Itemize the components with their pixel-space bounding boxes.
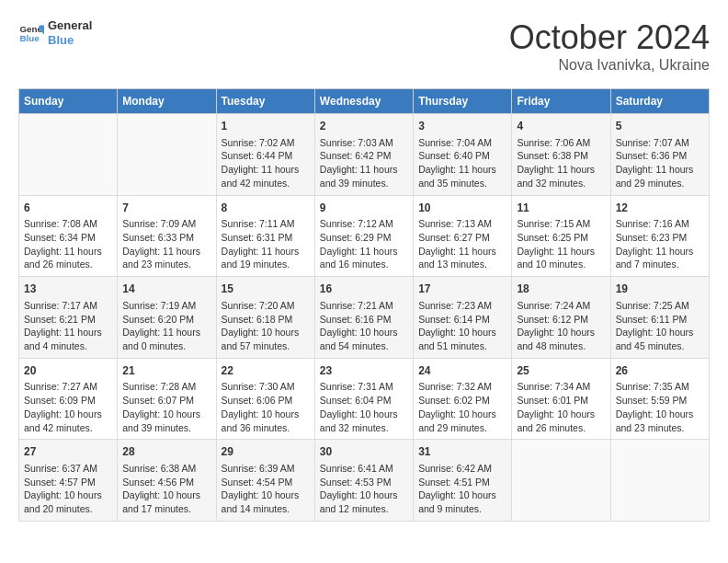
day-info-line: Sunset: 6:34 PM <box>24 231 112 245</box>
day-of-week-header: Sunday <box>19 89 118 114</box>
day-info-line: Daylight: 11 hours and 32 minutes. <box>517 163 605 190</box>
calendar-cell: 6Sunrise: 7:08 AMSunset: 6:34 PMDaylight… <box>19 195 118 277</box>
day-number: 18 <box>517 282 605 297</box>
day-info-line: Daylight: 10 hours and 39 minutes. <box>122 408 210 434</box>
day-info-line: Daylight: 10 hours and 36 minutes. <box>222 408 310 434</box>
day-info-line: Daylight: 10 hours and 51 minutes. <box>418 326 506 352</box>
day-info-line: Sunrise: 7:02 AM <box>222 136 310 150</box>
calendar-cell: 7Sunrise: 7:09 AMSunset: 6:33 PMDaylight… <box>118 195 216 277</box>
day-number: 16 <box>320 282 408 297</box>
day-info-line: Sunset: 6:23 PM <box>616 231 704 245</box>
calendar-cell: 27Sunrise: 6:37 AMSunset: 4:57 PMDayligh… <box>19 440 118 522</box>
day-of-week-header: Monday <box>118 89 216 114</box>
day-number: 6 <box>24 201 112 216</box>
day-info-line: Sunset: 6:14 PM <box>418 313 506 327</box>
day-info-line: Sunset: 6:16 PM <box>320 313 408 327</box>
day-number: 8 <box>222 201 310 216</box>
calendar-cell: 13Sunrise: 7:17 AMSunset: 6:21 PMDayligh… <box>19 277 118 359</box>
day-info-line: Sunrise: 7:24 AM <box>517 299 605 313</box>
day-info-line: Daylight: 11 hours and 0 minutes. <box>122 326 210 352</box>
calendar-week-row: 20Sunrise: 7:27 AMSunset: 6:09 PMDayligh… <box>19 358 710 440</box>
calendar-cell: 30Sunrise: 6:41 AMSunset: 4:53 PMDayligh… <box>314 440 413 522</box>
day-info-line: Sunrise: 6:39 AM <box>222 462 310 476</box>
day-info-line: Sunset: 4:53 PM <box>320 476 408 489</box>
day-info-line: Sunrise: 7:23 AM <box>418 299 506 313</box>
day-info-line: Sunrise: 7:25 AM <box>616 299 704 313</box>
calendar-cell: 12Sunrise: 7:16 AMSunset: 6:23 PMDayligh… <box>610 195 709 277</box>
day-info-line: Sunrise: 7:11 AM <box>222 217 310 231</box>
title-block: October 2024 Nova Ivanivka, Ukraine <box>509 18 710 74</box>
day-number: 13 <box>24 282 112 297</box>
logo-line1: General <box>48 18 92 33</box>
day-info-line: Sunset: 6:11 PM <box>616 313 704 327</box>
day-info-line: Sunset: 6:42 PM <box>320 149 408 163</box>
day-info-line: Daylight: 10 hours and 20 minutes. <box>24 488 112 515</box>
day-info-line: Sunrise: 6:41 AM <box>320 462 408 476</box>
day-number: 15 <box>222 282 310 297</box>
day-info-line: Sunrise: 7:16 AM <box>616 217 704 231</box>
calendar-cell: 16Sunrise: 7:21 AMSunset: 6:16 PMDayligh… <box>314 277 413 359</box>
day-info-line: Sunset: 6:09 PM <box>24 394 112 408</box>
day-info-line: Daylight: 11 hours and 13 minutes. <box>418 245 506 271</box>
day-info-line: Sunset: 6:20 PM <box>122 313 210 327</box>
day-info-line: Sunset: 6:29 PM <box>320 231 408 245</box>
day-info-line: Daylight: 11 hours and 42 minutes. <box>222 163 310 190</box>
day-number: 17 <box>418 282 506 297</box>
day-info-line: Daylight: 10 hours and 54 minutes. <box>320 326 408 352</box>
day-number: 27 <box>24 444 112 460</box>
day-of-week-header: Friday <box>512 89 610 114</box>
day-number: 23 <box>320 363 408 379</box>
calendar-cell: 22Sunrise: 7:30 AMSunset: 6:06 PMDayligh… <box>216 358 314 440</box>
calendar-week-row: 13Sunrise: 7:17 AMSunset: 6:21 PMDayligh… <box>19 277 710 359</box>
day-info-line: Sunset: 6:18 PM <box>222 313 310 327</box>
calendar-cell: 9Sunrise: 7:12 AMSunset: 6:29 PMDaylight… <box>314 195 413 277</box>
day-info-line: Sunrise: 7:21 AM <box>320 299 408 313</box>
day-info-line: Sunset: 6:04 PM <box>320 394 408 408</box>
day-of-week-header: Wednesday <box>314 89 413 114</box>
day-number: 12 <box>616 201 704 216</box>
day-info-line: Daylight: 10 hours and 14 minutes. <box>222 488 310 515</box>
day-number: 5 <box>616 119 704 134</box>
day-info-line: Daylight: 10 hours and 57 minutes. <box>222 326 310 352</box>
day-info-line: Sunrise: 6:42 AM <box>418 462 506 476</box>
day-info-line: Sunrise: 7:27 AM <box>24 380 112 394</box>
day-number: 28 <box>122 444 210 460</box>
calendar-cell: 29Sunrise: 6:39 AMSunset: 4:54 PMDayligh… <box>216 440 314 522</box>
logo: General Blue General Blue <box>18 18 92 47</box>
calendar-cell: 5Sunrise: 7:07 AMSunset: 6:36 PMDaylight… <box>610 114 709 196</box>
day-info-line: Sunset: 6:27 PM <box>418 231 506 245</box>
location-subtitle: Nova Ivanivka, Ukraine <box>509 57 710 74</box>
calendar-cell: 20Sunrise: 7:27 AMSunset: 6:09 PMDayligh… <box>19 358 118 440</box>
day-info-line: Daylight: 11 hours and 29 minutes. <box>616 163 704 190</box>
calendar-cell: 4Sunrise: 7:06 AMSunset: 6:38 PMDaylight… <box>512 114 610 196</box>
calendar-week-row: 1Sunrise: 7:02 AMSunset: 6:44 PMDaylight… <box>19 114 710 196</box>
day-number: 14 <box>122 282 210 297</box>
day-info-line: Daylight: 10 hours and 23 minutes. <box>616 408 704 434</box>
logo-icon: General Blue <box>18 20 44 46</box>
day-info-line: Sunset: 6:25 PM <box>517 231 605 245</box>
day-info-line: Sunset: 6:44 PM <box>222 149 310 163</box>
day-info-line: Daylight: 11 hours and 26 minutes. <box>24 245 112 271</box>
day-info-line: Sunset: 6:31 PM <box>222 231 310 245</box>
day-info-line: Daylight: 10 hours and 17 minutes. <box>122 488 210 515</box>
calendar-cell: 18Sunrise: 7:24 AMSunset: 6:12 PMDayligh… <box>512 277 610 359</box>
day-info-line: Sunrise: 7:07 AM <box>616 136 704 150</box>
day-info-line: Sunset: 6:40 PM <box>418 149 506 163</box>
svg-text:Blue: Blue <box>19 33 40 43</box>
calendar-cell: 26Sunrise: 7:35 AMSunset: 5:59 PMDayligh… <box>610 358 709 440</box>
day-number: 2 <box>320 119 408 134</box>
days-of-week-row: SundayMondayTuesdayWednesdayThursdayFrid… <box>19 89 710 114</box>
day-info-line: Daylight: 10 hours and 45 minutes. <box>616 326 704 352</box>
day-info-line: Sunset: 6:33 PM <box>122 231 210 245</box>
month-title: October 2024 <box>509 18 710 57</box>
calendar-cell: 14Sunrise: 7:19 AMSunset: 6:20 PMDayligh… <box>118 277 216 359</box>
day-info-line: Daylight: 10 hours and 42 minutes. <box>24 408 112 434</box>
day-info-line: Daylight: 11 hours and 7 minutes. <box>616 245 704 271</box>
day-number: 22 <box>222 363 310 379</box>
day-number: 9 <box>320 201 408 216</box>
day-info-line: Sunrise: 7:34 AM <box>517 380 605 394</box>
day-number: 19 <box>616 282 704 297</box>
day-info-line: Daylight: 11 hours and 19 minutes. <box>222 245 310 271</box>
day-info-line: Daylight: 10 hours and 9 minutes. <box>418 488 506 515</box>
day-number: 26 <box>616 363 704 379</box>
